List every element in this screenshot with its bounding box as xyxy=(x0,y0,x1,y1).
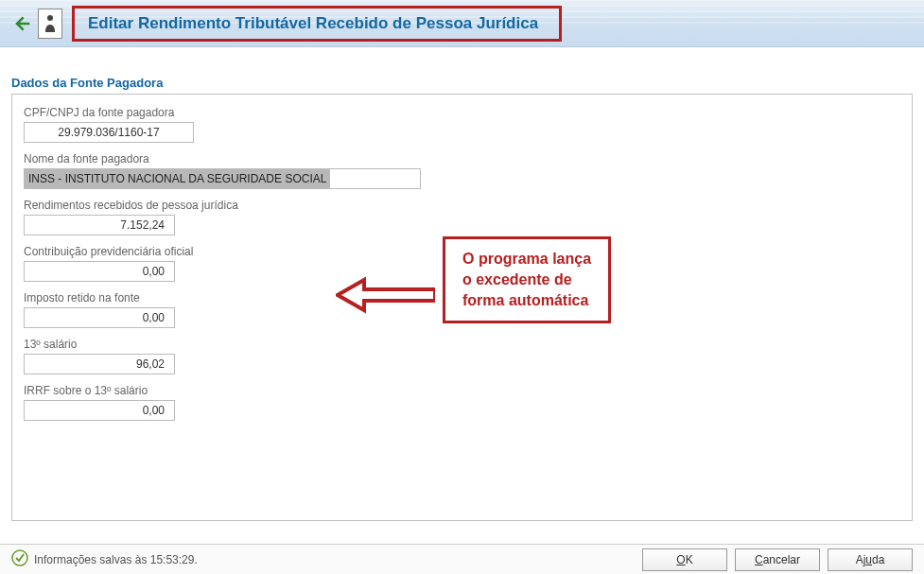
help-button[interactable]: Ajuda xyxy=(828,548,913,571)
rendimentos-label: Rendimentos recebidos de pessoa jurídica xyxy=(24,199,900,212)
form-panel: CPF/CNPJ da fonte pagadora Nome da fonte… xyxy=(11,94,913,521)
cnpj-label: CPF/CNPJ da fonte pagadora xyxy=(24,106,900,119)
top-bar: Editar Rendimento Tributável Recebido de… xyxy=(0,0,924,47)
irrf13-input[interactable] xyxy=(24,400,175,421)
status-text: Informações salvas às 15:53:29. xyxy=(34,553,198,566)
cnpj-input[interactable] xyxy=(24,122,194,143)
section-title: Dados da Fonte Pagadora xyxy=(0,70,924,94)
irrf13-label: IRRF sobre o 13º salário xyxy=(24,384,900,397)
svg-point-0 xyxy=(47,15,53,21)
arrow-icon xyxy=(336,274,435,319)
title-highlight-box: Editar Rendimento Tributável Recebido de… xyxy=(72,6,562,42)
salario13-input[interactable] xyxy=(24,354,175,374)
check-icon xyxy=(11,549,34,569)
nome-input-value: INSS - INSTITUTO NACIONAL DA SEGURIDADE … xyxy=(25,169,330,188)
nome-input[interactable]: INSS - INSTITUTO NACIONAL DA SEGURIDADE … xyxy=(24,168,421,189)
bottom-bar: Informações salvas às 15:53:29. OK Cance… xyxy=(0,544,924,574)
salario13-label: 13º salário xyxy=(24,338,900,351)
rendimentos-input[interactable] xyxy=(24,215,175,235)
annotation-callout: O programa lança o excedente de forma au… xyxy=(443,236,611,323)
contribuicao-input[interactable] xyxy=(24,261,175,282)
person-document-icon xyxy=(38,9,62,39)
annotation-text: O programa lança o excedente de forma au… xyxy=(462,249,591,311)
imposto-input[interactable] xyxy=(24,307,175,328)
ok-button[interactable]: OK xyxy=(642,548,727,571)
nome-label: Nome da fonte pagadora xyxy=(24,152,900,165)
page-title: Editar Rendimento Tributável Recebido de… xyxy=(88,14,538,33)
cancel-button[interactable]: Cancelar xyxy=(735,548,820,571)
back-button[interactable] xyxy=(8,9,36,38)
